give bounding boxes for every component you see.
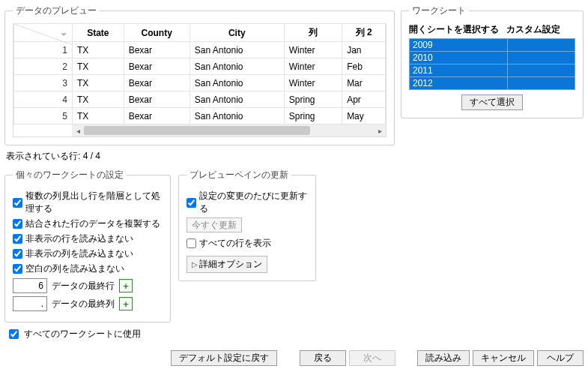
advanced-options-label: 詳細オプション bbox=[199, 258, 262, 271]
col-header[interactable]: City bbox=[190, 24, 284, 42]
chk-multi-header-box[interactable] bbox=[13, 198, 22, 208]
scroll-track[interactable] bbox=[84, 124, 374, 136]
apply-all-box[interactable] bbox=[9, 329, 19, 339]
last-row-label: データの最終行 bbox=[52, 280, 115, 292]
scroll-left-icon[interactable]: ◂ bbox=[72, 124, 84, 136]
row-number: 3 bbox=[14, 75, 73, 92]
horizontal-scrollbar[interactable]: ◂ ▸ bbox=[72, 124, 386, 136]
worksheet-custom[interactable] bbox=[508, 64, 575, 77]
last-col-label: データの最終列 bbox=[52, 298, 115, 310]
last-col-plus-icon[interactable]: + bbox=[119, 297, 133, 310]
chk-multi-header[interactable]: 複数の列見出し行を階層として処理する bbox=[13, 190, 163, 215]
scroll-right-icon[interactable]: ▸ bbox=[374, 124, 386, 136]
worksheet-custom[interactable] bbox=[508, 52, 575, 64]
chk-all-rows-box[interactable] bbox=[187, 238, 196, 248]
last-row-input[interactable] bbox=[13, 278, 47, 293]
ws-header-custom: カスタム設定 bbox=[506, 23, 576, 36]
chk-merged-rows-box[interactable] bbox=[13, 219, 22, 229]
cancel-button[interactable]: キャンセル bbox=[473, 350, 534, 366]
cell[interactable]: Bexar bbox=[124, 75, 190, 92]
cell[interactable]: TX bbox=[73, 42, 124, 58]
worksheet-row[interactable]: 2010 bbox=[410, 52, 575, 64]
chk-auto-refresh[interactable]: 設定の変更のたびに更新する bbox=[187, 190, 308, 215]
load-button[interactable]: 読み込み bbox=[417, 350, 470, 366]
back-button[interactable]: 戻る bbox=[300, 350, 346, 366]
cell[interactable]: Mar bbox=[342, 75, 386, 92]
cell[interactable]: TX bbox=[73, 108, 124, 124]
disclosure-triangle-icon: ▷ bbox=[192, 260, 198, 268]
cell[interactable]: Bexar bbox=[124, 92, 190, 108]
cell[interactable]: San Antonio bbox=[190, 108, 284, 124]
chk-hidden-cols[interactable]: 非表示の列を読み込まない bbox=[13, 248, 163, 260]
worksheets-legend: ワークシート bbox=[409, 4, 469, 17]
worksheet-custom[interactable] bbox=[508, 39, 575, 52]
cell[interactable]: Winter bbox=[284, 42, 342, 58]
sort-icon: ⏷ bbox=[61, 31, 67, 38]
cell[interactable]: May bbox=[342, 108, 386, 124]
chk-hidden-rows-box[interactable] bbox=[13, 234, 22, 244]
table-row[interactable]: 4TXBexarSan AntonioSpringApr bbox=[14, 92, 386, 108]
row-number: 4 bbox=[14, 92, 73, 108]
cell[interactable]: Spring bbox=[284, 108, 342, 124]
cell[interactable]: TX bbox=[73, 75, 124, 92]
cell[interactable]: San Antonio bbox=[190, 92, 284, 108]
worksheet-row[interactable]: 2009 bbox=[410, 39, 575, 52]
worksheet-list[interactable]: 2009201020112012 bbox=[409, 38, 575, 90]
advanced-options-toggle[interactable]: ▷ 詳細オプション bbox=[187, 256, 267, 273]
corner-cell: ⏷ bbox=[14, 24, 73, 42]
chk-auto-refresh-box[interactable] bbox=[187, 198, 196, 208]
worksheet-name[interactable]: 2009 bbox=[410, 39, 508, 52]
cell[interactable]: San Antonio bbox=[190, 42, 284, 58]
worksheet-row[interactable]: 2012 bbox=[410, 77, 575, 90]
refresh-now-button[interactable]: 今すぐ更新 bbox=[187, 218, 242, 232]
worksheet-name[interactable]: 2010 bbox=[410, 52, 508, 64]
cell[interactable]: San Antonio bbox=[190, 58, 284, 75]
cell[interactable]: San Antonio bbox=[190, 75, 284, 92]
cell[interactable]: TX bbox=[73, 58, 124, 75]
table-row[interactable]: 2TXBexarSan AntonioWinterFeb bbox=[14, 58, 386, 75]
preview-refresh-legend: プレビューペインの更新 bbox=[187, 169, 291, 182]
preview-table-wrap: ⏷ State County City 列 列 2 1TXBexarSan An… bbox=[13, 23, 387, 137]
select-all-button[interactable]: すべて選択 bbox=[461, 94, 523, 110]
col-header[interactable]: County bbox=[124, 24, 190, 42]
cell[interactable]: Spring bbox=[284, 92, 342, 108]
last-col-input[interactable] bbox=[13, 296, 47, 311]
col-header[interactable]: State bbox=[73, 24, 124, 42]
table-row[interactable]: 3TXBexarSan AntonioWinterMar bbox=[14, 75, 386, 92]
chk-merged-rows[interactable]: 結合された行のデータを複製する bbox=[13, 218, 163, 230]
restore-defaults-button[interactable]: デフォルト設定に戻す bbox=[171, 350, 277, 366]
data-preview-legend: データのプレビュー bbox=[13, 4, 100, 17]
row-number: 2 bbox=[14, 58, 73, 75]
cell[interactable]: Feb bbox=[342, 58, 386, 75]
cell[interactable]: TX bbox=[73, 92, 124, 108]
chk-all-rows[interactable]: すべての行を表示 bbox=[187, 237, 308, 250]
worksheet-name[interactable]: 2012 bbox=[410, 77, 508, 90]
ws-header-select: 開くシートを選択する bbox=[409, 23, 506, 36]
scroll-thumb[interactable] bbox=[84, 126, 310, 135]
last-row-plus-icon[interactable]: + bbox=[119, 279, 133, 292]
worksheet-row[interactable]: 2011 bbox=[410, 64, 575, 77]
apply-all-checkbox[interactable]: すべてのワークシートに使用 bbox=[6, 327, 584, 341]
cell[interactable]: Jan bbox=[342, 42, 386, 58]
help-button[interactable]: ヘルプ bbox=[537, 350, 584, 366]
cell[interactable]: Bexar bbox=[124, 42, 190, 58]
col-header[interactable]: 列 bbox=[284, 24, 342, 42]
individual-settings-group: 個々のワークシートの設定 複数の列見出し行を階層として処理する 結合された行のデ… bbox=[4, 169, 171, 322]
cell[interactable]: Winter bbox=[284, 58, 342, 75]
preview-table[interactable]: ⏷ State County City 列 列 2 1TXBexarSan An… bbox=[13, 23, 386, 124]
table-row[interactable]: 5TXBexarSan AntonioSpringMay bbox=[14, 108, 386, 124]
data-preview-group: データのプレビュー ⏷ State County City 列 列 2 bbox=[4, 4, 395, 146]
worksheet-name[interactable]: 2011 bbox=[410, 64, 508, 77]
chk-blank-cols[interactable]: 空白の列を読み込まない bbox=[13, 262, 163, 275]
cell[interactable]: Apr bbox=[342, 92, 386, 108]
col-header[interactable]: 列 2 bbox=[342, 24, 386, 42]
cell[interactable]: Winter bbox=[284, 75, 342, 92]
worksheet-custom[interactable] bbox=[508, 77, 575, 90]
cell[interactable]: Bexar bbox=[124, 58, 190, 75]
worksheets-group: ワークシート 開くシートを選択する カスタム設定 200920102011201… bbox=[401, 4, 584, 118]
chk-hidden-rows[interactable]: 非表示の行を読み込まない bbox=[13, 232, 163, 245]
rows-shown-status: 表示されている行: 4 / 4 bbox=[6, 150, 582, 163]
chk-hidden-cols-box[interactable] bbox=[13, 249, 22, 259]
chk-blank-cols-box[interactable] bbox=[13, 264, 22, 274]
cell[interactable]: Bexar bbox=[124, 108, 190, 124]
